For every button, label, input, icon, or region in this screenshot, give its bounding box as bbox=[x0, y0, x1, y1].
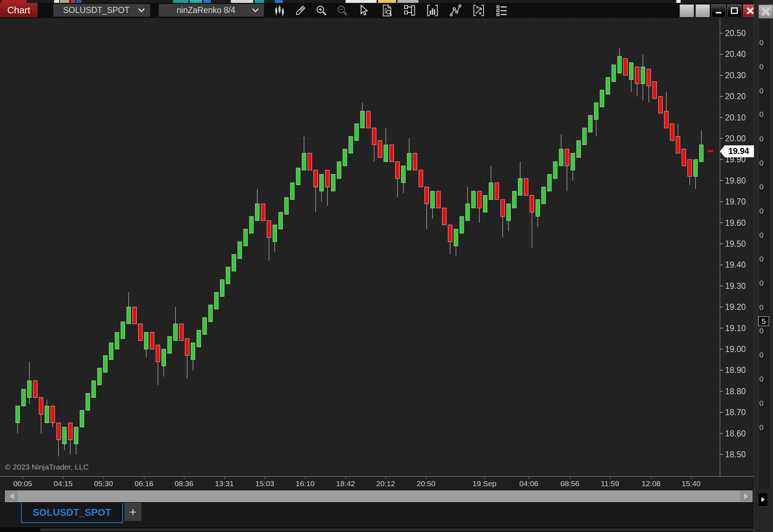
window-fragment bbox=[275, 0, 283, 3]
time-tick bbox=[651, 477, 651, 479]
background-axis-digit: 0 bbox=[759, 135, 764, 143]
chevron-down-icon bbox=[138, 8, 145, 13]
price-axis-label: 18.60 bbox=[725, 429, 746, 438]
window-title: Chart bbox=[0, 3, 38, 17]
time-tick bbox=[570, 477, 570, 479]
background-axis-digit: 0 bbox=[759, 110, 764, 119]
list-properties-icon bbox=[495, 4, 508, 17]
horizontal-scrollbar[interactable] bbox=[5, 491, 752, 502]
minimize-button[interactable] bbox=[711, 4, 726, 17]
time-axis-label: 04:15 bbox=[54, 479, 73, 488]
time-axis-label: 11:59 bbox=[601, 479, 619, 488]
time-tick bbox=[484, 477, 485, 479]
indicators-icon bbox=[403, 4, 416, 17]
price-axis-label: 20.30 bbox=[725, 71, 746, 80]
arrow-left-icon bbox=[10, 493, 14, 500]
scroll-right-button[interactable] bbox=[740, 491, 752, 502]
chart-trader-button[interactable] bbox=[424, 3, 441, 18]
window-bottom-edge bbox=[0, 527, 754, 532]
background-axis-digit: 0 bbox=[759, 303, 764, 312]
time-tick bbox=[63, 477, 63, 479]
background-axis-digit: 0 bbox=[759, 399, 764, 408]
time-axis-label: 06:16 bbox=[135, 479, 154, 488]
tab-solusdt-spot[interactable]: SOLUSDT_SPOT bbox=[21, 503, 123, 523]
background-axis-digit: 0 bbox=[759, 38, 764, 47]
drawing-pencil-button[interactable] bbox=[292, 3, 309, 18]
window-fragment bbox=[173, 0, 188, 3]
chart-style-button[interactable] bbox=[271, 3, 288, 18]
time-axis-label: 08:36 bbox=[175, 479, 194, 488]
time-tick bbox=[265, 477, 265, 479]
time-tick bbox=[346, 477, 346, 479]
ninjatrader-chart-window: { "title_bar": { "app_label": "Chart", "… bbox=[0, 0, 773, 532]
background-axis-digit: 0 bbox=[759, 87, 764, 95]
instrument-link-button[interactable] bbox=[680, 4, 694, 17]
price-axis-label: 19.60 bbox=[725, 218, 746, 228]
price-axis-label: 19.10 bbox=[725, 324, 746, 333]
price-chart[interactable]: 20.5020.4020.3020.2020.1020.0019.9019.80… bbox=[0, 18, 754, 477]
instrument-dropdown-value: SOLUSDT_SPOT bbox=[58, 5, 134, 15]
maximize-icon bbox=[730, 7, 738, 15]
document-search-icon bbox=[381, 4, 394, 17]
interval-link-button[interactable] bbox=[695, 4, 710, 17]
time-tick bbox=[305, 477, 306, 479]
copyright-text: © 2023 NinjaTrader, LLC bbox=[5, 463, 89, 471]
time-tick bbox=[184, 477, 184, 479]
window-fragment bbox=[60, 0, 69, 3]
indicators-button[interactable] bbox=[401, 3, 418, 18]
zoom-in-button[interactable] bbox=[313, 3, 330, 18]
data-box-button[interactable] bbox=[379, 3, 395, 18]
window-fragment bbox=[398, 0, 418, 3]
background-axis-digit: 0 bbox=[759, 375, 764, 383]
price-axis-label: 20.10 bbox=[725, 113, 746, 122]
arrow-right-icon bbox=[761, 497, 765, 502]
time-axis-label: 18:42 bbox=[336, 479, 355, 488]
background-window-sliver: 000000000000000005 bbox=[754, 0, 773, 532]
pointer-button[interactable] bbox=[355, 3, 372, 18]
zoom-in-icon bbox=[315, 4, 328, 17]
time-axis-label: 08:56 bbox=[561, 479, 580, 488]
time-axis-label: 15:40 bbox=[682, 479, 701, 488]
pencil-icon bbox=[294, 4, 307, 17]
background-close-button[interactable] bbox=[758, 4, 773, 19]
background-axis-digit: 0 bbox=[759, 255, 764, 263]
interval-dropdown[interactable]: ninZaRenko 8/4 bbox=[159, 4, 264, 17]
background-scroll-button[interactable] bbox=[758, 493, 768, 506]
price-axis-label: 20.00 bbox=[725, 134, 746, 143]
candlestick-chart-icon bbox=[273, 4, 286, 17]
tab-bar: SOLUSDT_SPOT + bbox=[0, 502, 754, 527]
add-tab-button[interactable]: + bbox=[124, 503, 141, 521]
background-axis-digit: 0 bbox=[759, 423, 764, 432]
time-axis-label: 04:06 bbox=[519, 479, 539, 488]
properties-button[interactable] bbox=[493, 3, 510, 18]
time-tick bbox=[691, 477, 691, 479]
strategies-button[interactable] bbox=[470, 3, 487, 18]
time-axis[interactable]: 00:0504:1505:3006:1608:3613:3115:0316:10… bbox=[0, 477, 754, 490]
price-axis-label: 19.40 bbox=[725, 260, 746, 269]
drawing-tools-button[interactable] bbox=[447, 3, 464, 18]
price-axis-label: 19.00 bbox=[725, 344, 746, 354]
window-fragment bbox=[255, 0, 264, 3]
zoom-out-button[interactable] bbox=[334, 3, 351, 18]
window-fragment bbox=[76, 0, 82, 3]
price-axis-label: 20.50 bbox=[725, 28, 746, 38]
minimize-icon bbox=[715, 7, 723, 15]
window-fragment bbox=[676, 0, 681, 3]
time-tick bbox=[529, 477, 529, 479]
price-axis-label: 20.40 bbox=[725, 49, 746, 59]
price-axis-label: 19.50 bbox=[725, 239, 746, 249]
bar-chart-brackets-icon bbox=[426, 4, 439, 17]
scroll-left-button[interactable] bbox=[5, 491, 18, 502]
time-axis-label: 16:10 bbox=[296, 479, 315, 488]
time-axis-label: 05:30 bbox=[94, 479, 113, 488]
time-axis-label: 20:50 bbox=[417, 479, 436, 488]
background-axis-digit: 0 bbox=[759, 351, 764, 359]
instrument-dropdown[interactable]: SOLUSDT_SPOT bbox=[53, 4, 150, 17]
background-windows-strip bbox=[0, 0, 773, 3]
time-axis-label: 15:03 bbox=[255, 479, 274, 488]
window-fragment bbox=[54, 0, 59, 3]
time-tick bbox=[144, 477, 144, 479]
price-axis-label: 18.80 bbox=[725, 387, 746, 396]
maximize-button[interactable] bbox=[727, 4, 742, 17]
time-tick bbox=[104, 477, 104, 479]
